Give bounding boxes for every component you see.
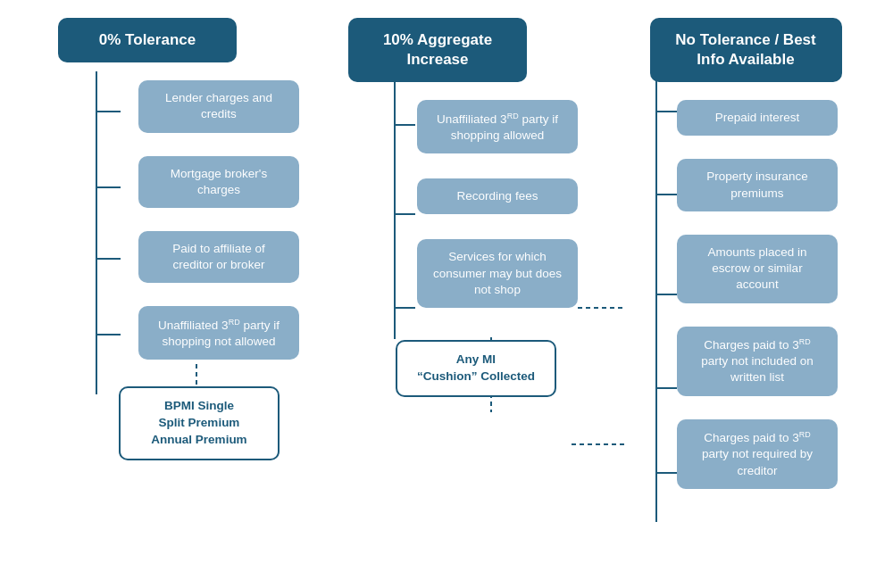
header-ten-percent: 10% Aggregate Increase	[348, 18, 527, 82]
item-escrow: Amounts placed in escrow or similar acco…	[677, 235, 838, 303]
item-charges-not-required: Charges paid to 3RD party not required b…	[677, 419, 838, 489]
item-any-mi: Any MI“Cushion” Collected	[396, 340, 556, 397]
item-paid-affiliate: Paid to affiliate of creditor or broker	[138, 231, 299, 283]
header-no-tolerance: No Tolerance / Best Info Available	[650, 18, 842, 82]
item-charges-not-on-list: Charges paid to 3RD party not included o…	[677, 327, 838, 396]
item-prepaid-interest: Prepaid interest	[677, 100, 838, 136]
item-lender-charges: Lender charges and credits	[138, 80, 299, 132]
item-bpmi: BPMI SingleSplit PremiumAnnual Premium	[119, 386, 280, 460]
item-unaffiliated-shop: Unaffiliated 3RD party if shopping allow…	[417, 100, 578, 153]
diagram: 0% Tolerance Lender charges and credits …	[0, 0, 893, 588]
column-right: No Tolerance / Best Info Available Prepa…	[612, 18, 880, 501]
item-property-insurance: Property insurance premiums	[677, 159, 838, 211]
header-zero-tolerance: 0% Tolerance	[58, 18, 237, 62]
column-mid: 10% Aggregate Increase Unaffiliated 3RD …	[308, 18, 567, 397]
column-left: 0% Tolerance Lender charges and credits …	[18, 18, 277, 460]
item-services-no-shop: Services for which consumer may but does…	[417, 239, 578, 308]
item-unaffiliated-no-shop: Unaffiliated 3RD party if shopping not a…	[138, 306, 299, 360]
item-mortgage-broker: Mortgage broker's charges	[138, 156, 299, 208]
item-recording-fees: Recording fees	[417, 178, 578, 214]
